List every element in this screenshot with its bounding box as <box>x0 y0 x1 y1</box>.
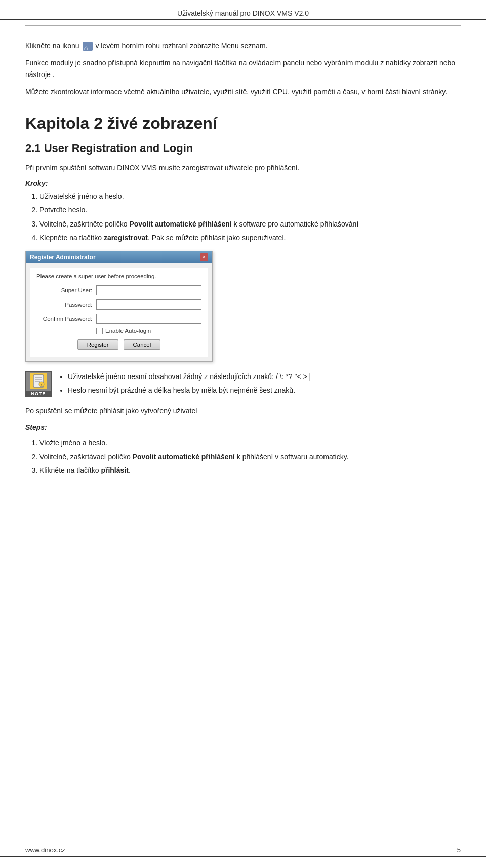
step-1: Uživatelské jméno a heslo. <box>39 191 461 202</box>
confirm-password-input[interactable] <box>96 314 201 324</box>
dialog-buttons: Register Cancel <box>36 339 201 350</box>
login-step2-suffix: k přihlášení v softwaru automaticky. <box>235 452 349 461</box>
intro-para1: Klikněte na ikonu v levém horním rohu ro… <box>25 40 461 51</box>
superuser-row: Super User: <box>36 285 201 295</box>
step-2: Potvrďte heslo. <box>39 204 461 215</box>
header-title: Uživatelský manuál pro DINOX VMS V2.0 <box>177 9 309 17</box>
register-button[interactable]: Register <box>77 339 118 350</box>
intro-para3: Můžete zkontrolovat informace včetně akt… <box>25 86 461 97</box>
dialog-info-text: Please create a super user before procee… <box>36 273 201 279</box>
login-step3-suffix: . <box>129 466 131 474</box>
cancel-button[interactable]: Cancel <box>124 339 161 350</box>
step-3: Volitelně, zaškrtněte políčko Povolit au… <box>39 218 461 230</box>
note-content: Uživatelské jméno nesmí obsahovat žádný … <box>59 371 311 399</box>
login-steps-label: Steps: <box>25 423 461 431</box>
register-dialog: Register Administrator × Please create a… <box>25 251 213 362</box>
password-input[interactable] <box>96 299 201 310</box>
dialog-titlebar: Register Administrator × <box>26 251 212 263</box>
chapter-title: Kapitola 2 živé zobrazení <box>25 114 461 133</box>
steps-list: Uživatelské jméno a heslo. Potvrďte hesl… <box>39 191 461 244</box>
confirm-password-label: Confirm Password: <box>36 316 92 322</box>
login-step2-prefix: Volitelně, zaškrtávací políčko <box>39 452 133 461</box>
note-icon: ! NOTE <box>25 371 52 397</box>
note-text-label: NOTE <box>26 391 51 396</box>
login-step-1: Vložte jméno a heslo. <box>39 437 461 448</box>
svg-text:!: ! <box>41 383 43 387</box>
login-step-2: Volitelně, zaškrtávací políčko Povolit a… <box>39 451 461 462</box>
confirm-password-row: Confirm Password: <box>36 314 201 324</box>
superuser-input[interactable] <box>96 285 201 295</box>
section21-intro: Při prvním spuštění softwaru DINOX VMS m… <box>25 162 461 173</box>
home-icon <box>83 42 93 51</box>
dialog-title: Register Administrator <box>30 254 96 261</box>
autologin-checkbox[interactable] <box>96 328 103 334</box>
svg-rect-2 <box>35 379 42 380</box>
footer-page-number: 5 <box>457 846 461 854</box>
login-step-3: Klikněte na tlačítko přihlásit. <box>39 465 461 476</box>
note-item-2: Heslo nesmí být prázdné a délka hesla by… <box>68 385 311 396</box>
intro-para2: Funkce moduly je snadno přístupná klepnu… <box>25 57 461 80</box>
page-header: Uživatelský manuál pro DINOX VMS V2.0 <box>25 4 461 25</box>
password-label: Password: <box>36 301 92 308</box>
password-row: Password: <box>36 299 201 310</box>
svg-rect-3 <box>35 381 40 382</box>
superuser-label: Super User: <box>36 287 92 293</box>
steps-label: Kroky: <box>25 179 461 187</box>
section-21-title: 2.1 User Registration and Login <box>25 142 461 155</box>
autologin-checkbox-row: Enable Auto-login <box>96 328 201 334</box>
autologin-label: Enable Auto-login <box>105 328 151 334</box>
dialog-body: Please create a super user before procee… <box>30 268 208 357</box>
login-step2-bold: Povolit automatické přihlášení <box>133 452 235 461</box>
note-box: ! NOTE Uživatelské jméno nesmí obsahovat… <box>25 371 461 399</box>
dialog-close-button[interactable]: × <box>200 253 208 261</box>
login-step3-bold: přihlásit <box>101 466 128 474</box>
footer-website: www.dinox.cz <box>25 846 65 854</box>
footer: www.dinox.cz 5 <box>25 843 461 854</box>
step-4: Klepněte na tlačítko zaregistrovat. Pak … <box>39 232 461 243</box>
svg-rect-1 <box>35 377 42 378</box>
login-intro: Po spuštění se můžete přihlásit jako vyt… <box>25 405 461 417</box>
note-item-1: Uživatelské jméno nesmí obsahovat žádný … <box>68 371 311 382</box>
login-steps-list: Vložte jméno a heslo. Volitelně, zaškrtá… <box>39 437 461 476</box>
note-svg-icon: ! <box>31 374 46 388</box>
note-icon-inner: ! <box>29 372 48 390</box>
login-step3-prefix: Klikněte na tlačítko <box>39 466 101 474</box>
